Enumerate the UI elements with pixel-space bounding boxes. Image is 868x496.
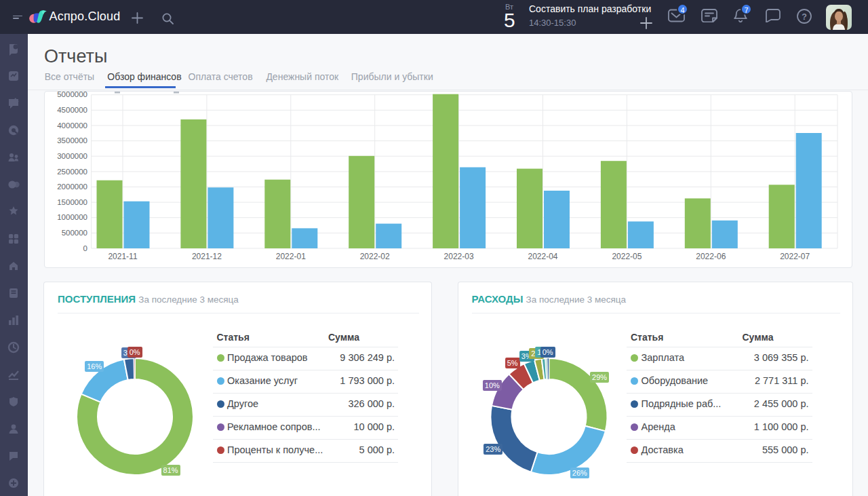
- svg-text:2022-05: 2022-05: [612, 252, 642, 261]
- svg-text:2022-07: 2022-07: [780, 252, 810, 261]
- svg-text:?: ?: [802, 12, 807, 22]
- svg-text:500000: 500000: [62, 229, 87, 237]
- svg-text:0: 0: [83, 244, 87, 252]
- svg-text:4000000: 4000000: [57, 121, 87, 130]
- svg-text:3500000: 3500000: [57, 136, 87, 145]
- svg-text:2000000: 2000000: [57, 183, 87, 191]
- svg-text:2022-06: 2022-06: [696, 252, 726, 261]
- svg-text:4500000: 4500000: [57, 106, 87, 114]
- svg-text:1500000: 1500000: [57, 198, 87, 206]
- svg-text:1000000: 1000000: [57, 213, 87, 221]
- svg-text:3000000: 3000000: [57, 152, 87, 160]
- svg-text:2021-12: 2021-12: [192, 252, 222, 261]
- svg-text:2022-03: 2022-03: [444, 252, 474, 261]
- svg-text:2022-01: 2022-01: [276, 252, 306, 261]
- svg-text:2021-11: 2021-11: [108, 252, 137, 261]
- svg-text:2022-04: 2022-04: [528, 252, 557, 261]
- svg-text:2500000: 2500000: [57, 168, 87, 176]
- svg-text:2022-02: 2022-02: [360, 252, 390, 261]
- svg-text:5000000: 5000000: [57, 92, 87, 98]
